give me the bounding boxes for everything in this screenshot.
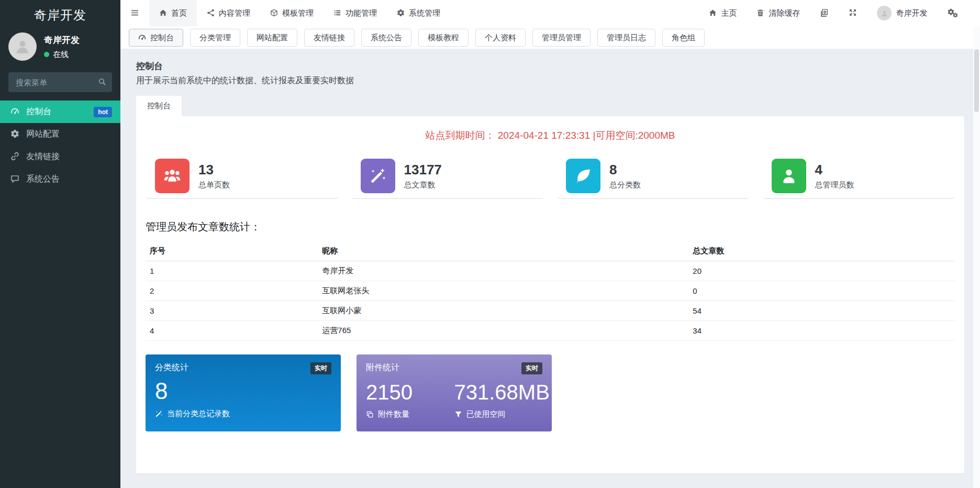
user-icon [772,159,806,193]
stat-label: 总文章数 [404,180,442,190]
sidebar-item-announcements[interactable]: 系统公告 [0,168,120,191]
tab-label: 控制台 [150,33,174,43]
tab-announcements[interactable]: 系统公告 [361,29,411,47]
stat-value: 8 [609,162,641,178]
clear-cache-button[interactable]: 清除缓存 [747,0,810,26]
tab-label: 网站配置 [257,33,288,43]
cell-index: 3 [146,301,318,321]
magic-wand-icon [155,409,163,418]
brand-title: 奇岸开发 [0,0,120,30]
tab-role-groups[interactable]: 角色组 [662,29,705,47]
table-row: 4 运营765 34 [146,321,955,341]
search-icon[interactable] [92,72,112,92]
tab-admin-logs[interactable]: 管理员日志 [597,29,655,47]
leaf-icon [566,159,600,193]
used-space: 731.68MB [454,382,543,403]
scrollbar[interactable] [973,26,980,488]
tab-label: 系统公告 [371,33,402,43]
sidebar: 奇岸开发 奇岸开发 在线 控制台 hot 网站配置 友情链接 系统公告 [0,0,120,488]
sidebar-item-friend-links[interactable]: 友情链接 [0,146,120,168]
home-icon [159,9,167,18]
tab-console[interactable]: 控制台 [129,29,183,47]
cell-article-count: 0 [688,281,955,301]
tab-label: 分类管理 [199,33,231,43]
nav-tab-label: 功能管理 [346,8,377,18]
sidebar-toggle-button[interactable] [120,0,149,26]
nav-tab-label: 模板管理 [282,8,314,18]
gear-icon [397,9,405,18]
cell-index: 2 [146,281,318,301]
nav-tab-home[interactable]: 首页 [149,0,197,26]
tab-profile[interactable]: 个人资料 [475,29,526,47]
cogs-icon [947,8,959,18]
dashboard-icon [10,107,19,117]
scrollbar-thumb[interactable] [974,49,979,112]
online-status-dot [44,52,49,57]
card-title: 附件统计 [366,362,399,373]
sidebar-item-label: 控制台 [26,106,51,117]
sidebar-item-label: 网站配置 [26,129,60,140]
homepage-link[interactable]: 主页 [699,0,747,26]
sidebar-search [8,72,112,92]
hamburger-icon [130,8,139,18]
stat-value: 4 [815,162,854,178]
clear-cache-label: 清除缓存 [769,8,800,18]
tab-category-management[interactable]: 分类管理 [190,29,240,47]
main-area: 首页 内容管理 模板管理 功能管理 系统管理 主页 [120,0,980,488]
sidebar-item-site-config[interactable]: 网站配置 [0,123,120,146]
table-row: 3 互联网小蒙 54 [146,301,955,321]
category-count-label: 当前分类总记录数 [167,409,230,419]
realtime-cards: 分类统计 实时 8 当前分类总记录数 附件统计 实时 [146,354,955,431]
cell-nickname: 互联网老张头 [318,281,688,301]
topbar-username: 奇岸开发 [896,8,927,18]
tab-label: 模板教程 [428,33,459,43]
link-icon [10,152,19,162]
cell-index: 4 [146,321,318,341]
nav-tab-system[interactable]: 系统管理 [387,0,450,26]
comment-icon [10,174,19,185]
stat-value: 13177 [404,162,442,178]
nav-tab-templates[interactable]: 模板管理 [260,0,324,26]
fullscreen-button[interactable] [839,0,867,26]
gear-icon [10,129,19,140]
cell-article-count: 54 [688,301,955,321]
avatar [8,32,37,61]
stat-card-admins: 4 总管理员数 [762,154,955,199]
realtime-badge: 实时 [521,362,542,374]
article-stats-heading: 管理员发布文章数统计： [146,220,955,234]
stat-card-categories: 8 总分类数 [556,154,750,199]
nav-tab-label: 系统管理 [409,8,440,18]
magic-wand-icon [361,159,395,193]
language-button[interactable] [810,0,839,26]
page-content: 控制台 用于展示当前系统中的统计数据、统计报表及重要实时数据 控制台 站点到期时… [120,49,980,488]
table-row: 2 互联网老张头 0 [146,281,955,301]
attachment-count: 2150 [366,382,454,403]
tab-template-tutorial[interactable]: 模板教程 [418,29,469,47]
tab-friend-links[interactable]: 友情链接 [304,29,354,47]
nav-tab-functions[interactable]: 功能管理 [324,0,387,26]
table-header-row: 序号 昵称 总文章数 [146,241,955,261]
stat-cards: 13 总单页数 13177 总文章数 8 总分类数 [146,154,955,199]
sidebar-item-label: 友情链接 [26,151,60,162]
realtime-badge: 实时 [310,362,331,374]
users-group-icon [155,159,190,193]
attachment-count-label: 附件数量 [378,409,409,419]
funnel-icon [454,410,462,419]
settings-button[interactable] [937,0,968,26]
tab-label: 个人资料 [485,33,516,43]
user-menu[interactable]: 奇岸开发 [867,0,937,26]
tab-label: 角色组 [672,33,695,43]
stat-card-pages: 13 总单页数 [146,154,339,199]
tab-label: 友情链接 [314,33,345,43]
home-icon [709,9,717,18]
tab-site-config[interactable]: 网站配置 [247,29,297,47]
tab-admin-management[interactable]: 管理员管理 [532,29,591,47]
sidebar-item-console[interactable]: 控制台 hot [0,101,120,123]
nav-tab-content[interactable]: 内容管理 [197,0,260,26]
used-space-label: 已使用空间 [466,409,506,419]
page-subtitle: 用于展示当前系统中的统计数据、统计报表及重要实时数据 [136,75,964,86]
share-nodes-icon [207,9,215,18]
column-header-index: 序号 [146,241,318,261]
stat-label: 总管理员数 [815,180,854,190]
panel-tab-console[interactable]: 控制台 [136,96,182,116]
